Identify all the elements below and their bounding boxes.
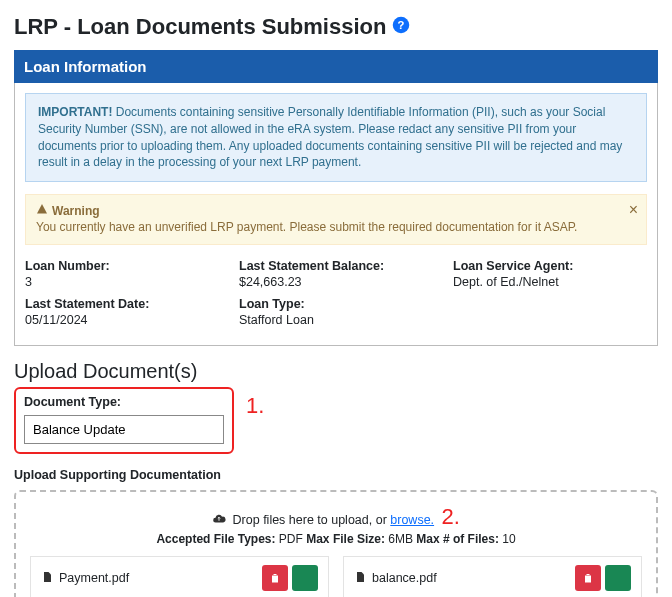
doc-type-box: Document Type: [14, 387, 234, 454]
warning-alert: × Warning You currently have an unverifi… [25, 194, 647, 245]
stmt-date-value: 05/11/2024 [25, 313, 219, 327]
loan-type-value: Stafford Loan [239, 313, 433, 327]
file-icon [354, 570, 366, 587]
agent-value: Dept. of Ed./Nelnet [453, 275, 647, 289]
max-size-label: Max File Size: [306, 532, 385, 546]
file-delete-button[interactable] [262, 565, 288, 591]
important-text: Documents containing sensitive Personall… [38, 105, 622, 169]
loan-number-label: Loan Number: [25, 259, 219, 273]
loan-info-grid: Loan Number: 3 Last Statement Date: 05/1… [25, 259, 647, 335]
stmt-date-label: Last Statement Date: [25, 297, 219, 311]
loan-info-header: Loan Information [14, 50, 658, 83]
max-files-label: Max # of Files: [416, 532, 499, 546]
annotation-1: 1. [246, 393, 264, 419]
loan-number-value: 3 [25, 275, 219, 289]
max-size-value: 6MB [385, 532, 416, 546]
doc-type-label: Document Type: [24, 395, 224, 409]
loan-info-body: IMPORTANT! Documents containing sensitiv… [14, 83, 658, 346]
doc-type-input[interactable] [24, 415, 224, 444]
dropzone[interactable]: Drop files here to upload, or browse. 2.… [14, 490, 658, 597]
file-name-text: Payment.pdf [59, 571, 129, 585]
file-name: balance.pdf [354, 570, 571, 587]
accepted-value: PDF [276, 532, 307, 546]
upload-section-title: Upload Document(s) [14, 360, 658, 383]
file-card: Payment.pdf Uploaded By:Coley, Austin Do… [30, 556, 329, 597]
file-name-text: balance.pdf [372, 571, 437, 585]
important-label: IMPORTANT! [38, 105, 112, 119]
warning-text: You currently have an unverified LRP pay… [36, 220, 636, 234]
page-title-text: LRP - Loan Documents Submission [14, 14, 386, 40]
page-title: LRP - Loan Documents Submission ? [14, 14, 658, 40]
agent-label: Loan Service Agent: [453, 259, 647, 273]
help-icon[interactable]: ? [392, 14, 410, 40]
important-alert: IMPORTANT! Documents containing sensitiv… [25, 93, 647, 182]
file-name: Payment.pdf [41, 570, 258, 587]
file-download-button[interactable] [292, 565, 318, 591]
accepted-line: Accepted File Types: PDF Max File Size: … [30, 532, 642, 546]
file-download-button[interactable] [605, 565, 631, 591]
warning-icon [36, 203, 48, 218]
warning-title: Warning [52, 204, 100, 218]
svg-text:?: ? [398, 19, 405, 31]
file-card: balance.pdf Uploaded By:Coley, Austin Do… [343, 556, 642, 597]
loan-type-label: Loan Type: [239, 297, 433, 311]
file-icon [41, 570, 53, 587]
balance-value: $24,663.23 [239, 275, 433, 289]
file-delete-button[interactable] [575, 565, 601, 591]
annotation-2: 2. [442, 504, 460, 529]
doc-type-row: Document Type: 1. [14, 387, 658, 454]
max-files-value: 10 [499, 532, 516, 546]
browse-link[interactable]: browse. [390, 513, 434, 527]
accepted-label: Accepted File Types: [156, 532, 275, 546]
drop-text: Drop files here to upload, or [233, 513, 391, 527]
cloud-upload-icon [212, 513, 232, 527]
drop-instruction: Drop files here to upload, or browse. 2. [30, 504, 642, 530]
close-icon[interactable]: × [629, 201, 638, 219]
file-cards: Payment.pdf Uploaded By:Coley, Austin Do… [30, 556, 642, 597]
supporting-doc-title: Upload Supporting Documentation [14, 468, 658, 482]
balance-label: Last Statement Balance: [239, 259, 433, 273]
